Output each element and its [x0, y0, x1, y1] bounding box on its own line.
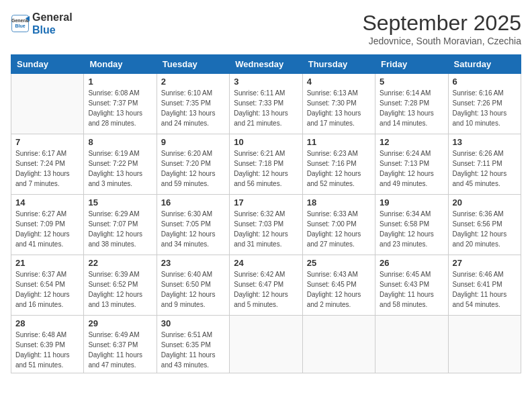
week-row-3: 14Sunrise: 6:27 AM Sunset: 7:09 PM Dayli…	[11, 195, 521, 255]
day-number: 3	[234, 77, 298, 87]
calendar-header-row: SundayMondayTuesdayWednesdayThursdayFrid…	[11, 55, 521, 74]
day-info: Sunrise: 6:24 AM Sunset: 7:13 PM Dayligh…	[380, 148, 443, 189]
day-number: 27	[453, 258, 517, 268]
calendar-cell: 23Sunrise: 6:40 AM Sunset: 6:50 PM Dayli…	[157, 255, 229, 316]
day-info: Sunrise: 6:36 AM Sunset: 6:56 PM Dayligh…	[453, 209, 517, 249]
calendar-cell: 7Sunrise: 6:17 AM Sunset: 7:24 PM Daylig…	[11, 134, 84, 195]
day-number: 7	[15, 137, 79, 147]
calendar-cell: 17Sunrise: 6:32 AM Sunset: 7:03 PM Dayli…	[230, 195, 302, 255]
day-info: Sunrise: 6:39 AM Sunset: 6:52 PM Dayligh…	[88, 269, 152, 310]
calendar-cell	[375, 316, 448, 373]
day-info: Sunrise: 6:30 AM Sunset: 7:05 PM Dayligh…	[161, 209, 225, 249]
day-info: Sunrise: 6:29 AM Sunset: 7:07 PM Dayligh…	[88, 209, 152, 249]
logo-blue: Blue	[32, 24, 73, 36]
day-number: 22	[88, 258, 152, 268]
day-info: Sunrise: 6:43 AM Sunset: 6:45 PM Dayligh…	[307, 269, 371, 310]
calendar-cell: 4Sunrise: 6:13 AM Sunset: 7:30 PM Daylig…	[302, 74, 375, 134]
calendar-cell: 27Sunrise: 6:46 AM Sunset: 6:41 PM Dayli…	[448, 255, 521, 316]
day-info: Sunrise: 6:42 AM Sunset: 6:47 PM Dayligh…	[234, 269, 298, 310]
day-info: Sunrise: 6:40 AM Sunset: 6:50 PM Dayligh…	[161, 269, 225, 310]
calendar-cell: 18Sunrise: 6:33 AM Sunset: 7:00 PM Dayli…	[302, 195, 375, 255]
calendar-cell: 19Sunrise: 6:34 AM Sunset: 6:58 PM Dayli…	[375, 195, 448, 255]
day-info: Sunrise: 6:23 AM Sunset: 7:16 PM Dayligh…	[307, 148, 371, 189]
day-info: Sunrise: 6:33 AM Sunset: 7:00 PM Dayligh…	[307, 209, 371, 249]
week-row-4: 21Sunrise: 6:37 AM Sunset: 6:54 PM Dayli…	[11, 255, 521, 316]
calendar-cell: 30Sunrise: 6:51 AM Sunset: 6:35 PM Dayli…	[157, 316, 229, 373]
day-info: Sunrise: 6:08 AM Sunset: 7:37 PM Dayligh…	[88, 88, 152, 128]
calendar-cell	[302, 316, 375, 373]
calendar-cell: 2Sunrise: 6:10 AM Sunset: 7:35 PM Daylig…	[157, 74, 229, 134]
day-number: 9	[161, 137, 225, 147]
day-number: 11	[307, 137, 371, 147]
svg-text:General: General	[11, 19, 29, 24]
day-number: 14	[15, 197, 79, 208]
calendar-cell: 20Sunrise: 6:36 AM Sunset: 6:56 PM Dayli…	[448, 195, 521, 255]
day-number: 12	[380, 137, 443, 147]
logo: General Blue General Blue	[11, 11, 73, 36]
day-info: Sunrise: 6:46 AM Sunset: 6:41 PM Dayligh…	[453, 269, 517, 310]
calendar-cell	[11, 74, 84, 134]
day-info: Sunrise: 6:26 AM Sunset: 7:11 PM Dayligh…	[453, 148, 517, 189]
month-title: September 2025	[362, 11, 521, 36]
title-section: September 2025 Jedovnice, South Moravian…	[362, 11, 521, 46]
week-row-2: 7Sunrise: 6:17 AM Sunset: 7:24 PM Daylig…	[11, 134, 521, 195]
day-number: 25	[307, 258, 371, 268]
day-info: Sunrise: 6:48 AM Sunset: 6:39 PM Dayligh…	[15, 330, 79, 370]
column-header-monday: Monday	[84, 55, 157, 74]
column-header-wednesday: Wednesday	[230, 55, 302, 74]
day-number: 15	[88, 197, 152, 208]
calendar-cell: 13Sunrise: 6:26 AM Sunset: 7:11 PM Dayli…	[448, 134, 521, 195]
day-info: Sunrise: 6:16 AM Sunset: 7:26 PM Dayligh…	[453, 88, 517, 128]
day-number: 2	[161, 77, 225, 87]
calendar-cell	[230, 316, 302, 373]
day-number: 26	[380, 258, 443, 268]
day-number: 24	[234, 258, 298, 268]
calendar-cell: 9Sunrise: 6:20 AM Sunset: 7:20 PM Daylig…	[157, 134, 229, 195]
calendar-cell	[448, 316, 521, 373]
column-header-tuesday: Tuesday	[157, 55, 229, 74]
day-number: 29	[88, 318, 152, 328]
day-info: Sunrise: 6:13 AM Sunset: 7:30 PM Dayligh…	[307, 88, 371, 128]
column-header-friday: Friday	[375, 55, 448, 74]
calendar-cell: 12Sunrise: 6:24 AM Sunset: 7:13 PM Dayli…	[375, 134, 448, 195]
calendar-cell: 16Sunrise: 6:30 AM Sunset: 7:05 PM Dayli…	[157, 195, 229, 255]
day-number: 23	[161, 258, 225, 268]
day-number: 10	[234, 137, 298, 147]
day-info: Sunrise: 6:27 AM Sunset: 7:09 PM Dayligh…	[15, 209, 79, 249]
day-number: 5	[380, 77, 443, 87]
svg-text:Blue: Blue	[15, 24, 25, 28]
calendar-cell: 26Sunrise: 6:45 AM Sunset: 6:43 PM Dayli…	[375, 255, 448, 316]
page-header: General Blue General Blue September 2025…	[11, 11, 521, 46]
calendar-cell: 14Sunrise: 6:27 AM Sunset: 7:09 PM Dayli…	[11, 195, 84, 255]
calendar-cell: 5Sunrise: 6:14 AM Sunset: 7:28 PM Daylig…	[375, 74, 448, 134]
calendar-cell: 15Sunrise: 6:29 AM Sunset: 7:07 PM Dayli…	[84, 195, 157, 255]
calendar-cell: 3Sunrise: 6:11 AM Sunset: 7:33 PM Daylig…	[230, 74, 302, 134]
calendar-cell: 22Sunrise: 6:39 AM Sunset: 6:52 PM Dayli…	[84, 255, 157, 316]
day-info: Sunrise: 6:14 AM Sunset: 7:28 PM Dayligh…	[380, 88, 443, 128]
day-info: Sunrise: 6:34 AM Sunset: 6:58 PM Dayligh…	[380, 209, 443, 249]
calendar-cell: 21Sunrise: 6:37 AM Sunset: 6:54 PM Dayli…	[11, 255, 84, 316]
day-number: 4	[307, 77, 371, 87]
calendar-cell: 29Sunrise: 6:49 AM Sunset: 6:37 PM Dayli…	[84, 316, 157, 373]
day-info: Sunrise: 6:17 AM Sunset: 7:24 PM Dayligh…	[15, 148, 79, 189]
day-number: 13	[453, 137, 517, 147]
day-number: 8	[88, 137, 152, 147]
day-info: Sunrise: 6:19 AM Sunset: 7:22 PM Dayligh…	[88, 148, 152, 189]
day-info: Sunrise: 6:32 AM Sunset: 7:03 PM Dayligh…	[234, 209, 298, 249]
day-info: Sunrise: 6:49 AM Sunset: 6:37 PM Dayligh…	[88, 330, 152, 370]
location-title: Jedovnice, South Moravian, Czechia	[362, 36, 521, 46]
column-header-thursday: Thursday	[302, 55, 375, 74]
calendar-cell: 1Sunrise: 6:08 AM Sunset: 7:37 PM Daylig…	[84, 74, 157, 134]
column-header-sunday: Sunday	[11, 55, 84, 74]
week-row-5: 28Sunrise: 6:48 AM Sunset: 6:39 PM Dayli…	[11, 316, 521, 373]
logo-general: General	[32, 11, 73, 24]
day-number: 17	[234, 197, 298, 208]
calendar-table: SundayMondayTuesdayWednesdayThursdayFrid…	[11, 54, 521, 373]
calendar-cell: 10Sunrise: 6:21 AM Sunset: 7:18 PM Dayli…	[230, 134, 302, 195]
calendar-cell: 28Sunrise: 6:48 AM Sunset: 6:39 PM Dayli…	[11, 316, 84, 373]
calendar-cell: 8Sunrise: 6:19 AM Sunset: 7:22 PM Daylig…	[84, 134, 157, 195]
day-info: Sunrise: 6:10 AM Sunset: 7:35 PM Dayligh…	[161, 88, 225, 128]
column-header-saturday: Saturday	[448, 55, 521, 74]
calendar-cell: 25Sunrise: 6:43 AM Sunset: 6:45 PM Dayli…	[302, 255, 375, 316]
day-info: Sunrise: 6:11 AM Sunset: 7:33 PM Dayligh…	[234, 88, 298, 128]
